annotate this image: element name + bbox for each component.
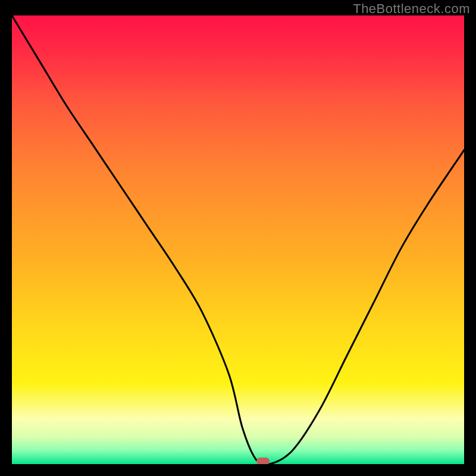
optimal-point-marker — [256, 458, 270, 464]
chart-frame: TheBottleneck.com — [0, 0, 476, 476]
bottleneck-curve — [12, 15, 464, 464]
watermark-text: TheBottleneck.com — [353, 1, 470, 17]
plot-area — [12, 15, 464, 464]
